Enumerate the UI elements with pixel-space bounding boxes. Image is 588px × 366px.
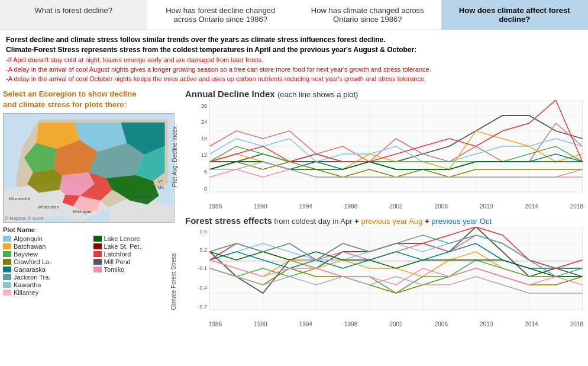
y-tick: 0 [204, 186, 207, 192]
legend-color-crawford [3, 259, 11, 265]
chart1-y-axis-container: Plot Avg. Decline Index 30 24 18 12 6 0 [185, 100, 209, 207]
chart2-plot: 1986 1990 1994 1998 2002 2006 2010 2014 … [209, 227, 583, 328]
list-item: Crawford La.. [3, 258, 88, 265]
y-tick: 12 [201, 152, 207, 158]
tab-2[interactable]: How has forest decline changed across On… [147, 0, 295, 30]
info-section: Forest decline and climate stress follow… [0, 30, 588, 86]
list-item: Algonquin [3, 235, 88, 242]
chart1-plot: 1986 1990 1994 1998 2002 2006 2010 2014 … [209, 100, 583, 210]
legend-color-bayview [3, 251, 11, 257]
x-tick: 2010 [480, 203, 493, 210]
list-item: Killarney [3, 289, 88, 296]
y-tick: 0.5 [199, 229, 207, 235]
list-item: Jackson Tra. [3, 274, 88, 281]
list-item: Ganaraska [3, 266, 88, 273]
tab-4[interactable]: How does climate affect forest decline? [441, 0, 589, 30]
x-tick: 2018 [570, 203, 583, 210]
legend-label: Lake Lenore [104, 235, 140, 242]
legend-color-batchawan [3, 243, 11, 249]
legend-label: Jackson Tra. [14, 274, 50, 281]
y-tick: -0.1 [198, 265, 207, 271]
legend-color-algonquin [3, 236, 11, 242]
legend: Plot Name Algonquin Lake Lenore Batchawa… [3, 226, 177, 296]
x-tick: 1986 [209, 321, 222, 328]
svg-text:New York: New York [133, 194, 152, 200]
x-tick: 1998 [344, 203, 357, 210]
legend-color-lake-st-pet [93, 243, 102, 249]
tab-1[interactable]: What is forest decline? [0, 0, 147, 30]
legend-color-jackson [3, 274, 11, 280]
svg-text:VT: VT [158, 179, 164, 184]
info-bullet2: -A delay in the arrival of cool August n… [6, 65, 582, 75]
y-tick: 30 [201, 103, 207, 109]
x-tick: 2006 [435, 321, 448, 328]
legend-color-latchford [93, 251, 102, 257]
left-panel: Select an Ecoregion to show declineand c… [0, 89, 180, 362]
tab-bar: What is forest decline? How has forest d… [0, 0, 588, 30]
x-tick: 1994 [299, 203, 312, 210]
svg-text:Michigan: Michigan [73, 209, 92, 214]
x-tick: 2002 [389, 321, 402, 328]
x-tick: 2002 [389, 203, 402, 210]
legend-label: Algonquin [14, 235, 43, 242]
legend-label: Ganaraska [14, 266, 46, 273]
list-item [93, 274, 178, 281]
x-tick: 1998 [344, 321, 357, 328]
select-label: Select an Ecoregion to show declineand c… [3, 89, 177, 110]
y-tick: 6 [204, 169, 207, 175]
list-item [93, 281, 178, 288]
right-panel: Annual Decline Index (each line shows a … [180, 89, 588, 362]
list-item: Tomiko [93, 266, 178, 273]
svg-text:Minnesota: Minnesota [8, 196, 30, 201]
y-tick: -0.7 [198, 304, 207, 310]
chart1-y-label: Plot Avg. Decline Index [172, 126, 178, 187]
legend-label: Latchford [104, 251, 131, 258]
legend-label: Lake St. Pet.. [104, 243, 143, 250]
y-tick: 0.2 [199, 247, 207, 253]
legend-grid: Algonquin Lake Lenore Batchawan Lake St.… [3, 235, 177, 296]
main-content: Select an Ecoregion to show declineand c… [0, 86, 588, 362]
legend-label: Tomiko [104, 266, 125, 273]
list-item: Lake St. Pet.. [93, 243, 178, 250]
tab-3[interactable]: How has climate changed across Ontario s… [294, 0, 441, 30]
list-item: Kawartha [3, 281, 88, 288]
chart1-svg [209, 100, 583, 201]
chart2-svg [209, 227, 583, 319]
legend-color-kawartha [3, 282, 11, 288]
chart2-title: Forest stress effects from coldest day i… [185, 216, 583, 226]
legend-label: Killarney [14, 289, 38, 296]
legend-color-killarney [3, 290, 11, 296]
chart2-x-axis: 1986 1990 1994 1998 2002 2006 2010 2014 … [209, 320, 583, 328]
x-tick: 2010 [480, 321, 493, 328]
info-line2: Climate-Forest Stress represents stress … [6, 46, 416, 54]
chart2-area: Climate Forest Stress 0.5 0.2 -0.1 -0.4 … [185, 227, 583, 336]
chart2-y-axis-container: Climate Forest Stress 0.5 0.2 -0.1 -0.4 … [185, 227, 209, 330]
x-tick: 2018 [570, 321, 583, 328]
x-tick: 2014 [525, 321, 538, 328]
list-item: Latchford [93, 251, 178, 258]
legend-label: Batchawan [14, 243, 46, 250]
map-container[interactable]: Minnesota Wisconsin Michigan New York VT… [3, 113, 175, 223]
list-item: Lake Lenore [93, 235, 178, 242]
legend-label: Kawartha [14, 281, 41, 288]
info-bullet3: -A delay in the arrival of cool October … [6, 75, 582, 84]
info-bullet1: -If April doesn't stay cold at night, le… [6, 56, 582, 65]
map-svg: Minnesota Wisconsin Michigan New York VT… [4, 114, 174, 222]
x-tick: 2014 [525, 203, 538, 210]
y-tick: -0.4 [198, 285, 207, 291]
legend-color-ganaraska [3, 267, 11, 272]
svg-text:MA: MA [158, 185, 164, 190]
y-tick: 18 [201, 136, 207, 142]
chart1-x-axis: 1986 1990 1994 1998 2002 2006 2010 2014 … [209, 203, 583, 210]
svg-text:Wisconsin: Wisconsin [38, 204, 59, 210]
list-item: Bayview [3, 251, 88, 258]
list-item: Mill Pond [93, 258, 178, 265]
chart1-title: Annual Decline Index (each line shows a … [185, 89, 583, 99]
x-tick: 1986 [209, 203, 222, 210]
x-tick: 2006 [435, 203, 448, 210]
legend-label: Bayview [14, 251, 38, 258]
x-tick: 1990 [254, 203, 267, 210]
legend-title: Plot Name [3, 226, 177, 233]
list-item: Batchawan [3, 243, 88, 250]
info-line1: Forest decline and climate stress follow… [6, 36, 386, 44]
